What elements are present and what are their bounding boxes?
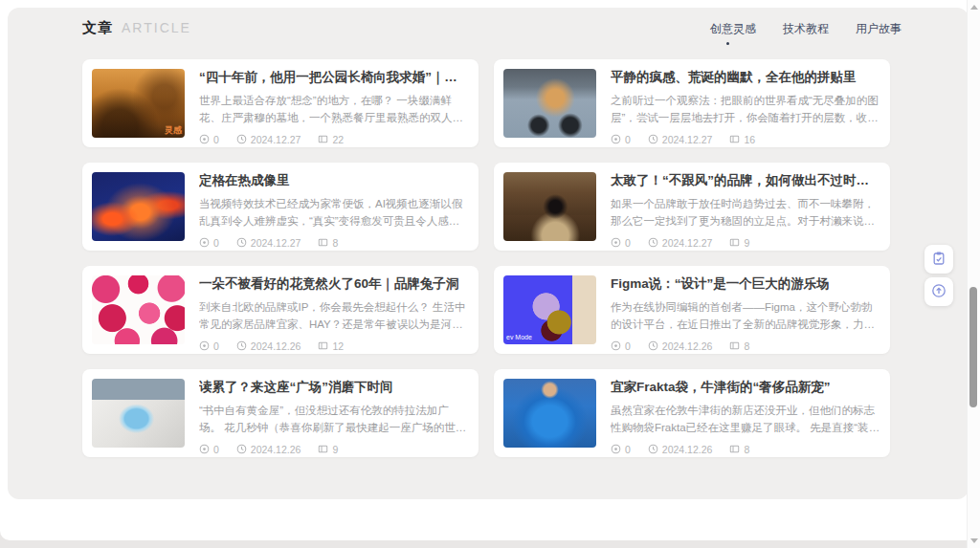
read-count: 8 <box>729 340 749 352</box>
article-excerpt: 到来自北欧的品牌或IP，你会最先会想起什么？ 生活中常见的家居品牌宜家、HAY？… <box>199 299 469 334</box>
article-card[interactable]: 宜家Frakta袋，牛津街的“奢侈品新宠” 虽然宜家在伦敦牛津街的新店还没开业，… <box>494 369 890 457</box>
read-count: 8 <box>318 237 338 249</box>
article-thumbnail-sunset-park-bench: 灵感 <box>92 69 185 138</box>
article-excerpt: 作为在线协同编辑的首创者——Figma，这个野心勃勃的设计平台，在近日推出了全新… <box>611 299 880 334</box>
scrollbar-down-arrow-icon[interactable] <box>970 538 978 543</box>
clipboard-check-button[interactable] <box>924 245 953 274</box>
article-excerpt: 世界上最适合存放“想念”的地方，在哪？ 一块缀满鲜花、庄严肃穆的墓地，一个熟悉餐… <box>199 93 469 127</box>
article-title[interactable]: 定格在热成像里 <box>199 173 469 189</box>
publish-date: 2024.12.26 <box>648 444 713 455</box>
publish-date: 2024.12.27 <box>236 134 301 145</box>
article-excerpt: 之前听过一个观察法：把眼前的世界看成“无尽叠加的图层”，尝试一层层地去打开，你会… <box>611 93 880 127</box>
article-card[interactable]: 一朵不被看好的花竟然火了60年｜品牌兔子洞 到来自北欧的品牌或IP，你会最先会想… <box>82 266 479 354</box>
article-card-body: 太敢了！“不跟风”的品牌，如何做出不过时的设计？ 如果一个品牌敢于放任时尚趋势过… <box>611 172 880 241</box>
article-meta: 0 2024.12.27 9 <box>611 237 880 249</box>
app-window: 文章 ARTICLE 创意灵感技术教程用户故事 灵感 “四十年前，他用一把公园长… <box>0 0 980 540</box>
read-count: 12 <box>318 340 344 352</box>
comment-icon <box>611 134 621 144</box>
publish-date: 2024.12.26 <box>236 444 301 455</box>
article-title[interactable]: 一朵不被看好的花竟然火了60年｜品牌兔子洞 <box>199 276 469 293</box>
article-excerpt: 如果一个品牌敢于放任时尚趋势过去、而不一味攀附，那么它一定找到了更为稳固的立足点… <box>611 196 880 230</box>
article-excerpt: “书中自有黄金屋”，但没想过还有伦敦的特拉法加广场。 花几秒钟（恭喜你刷新了最快… <box>199 403 469 437</box>
publish-date: 2024.12.27 <box>648 134 713 145</box>
read-count: 8 <box>729 444 749 455</box>
reads-icon <box>729 134 740 144</box>
comment-icon <box>611 444 621 454</box>
clock-icon <box>236 444 247 454</box>
read-count: 9 <box>729 237 749 249</box>
article-meta: 0 2024.12.26 8 <box>611 340 880 352</box>
article-card[interactable]: 灵感 “四十年前，他用一把公园长椅向我求婚”｜灵感手抄本 世界上最适合存放“想念… <box>82 59 479 147</box>
reads-icon <box>729 237 740 248</box>
article-card[interactable]: 太敢了！“不跟风”的品牌，如何做出不过时的设计？ 如果一个品牌敢于放任时尚趋势过… <box>494 163 890 251</box>
article-card[interactable]: 定格在热成像里 当视频特效技术已经成为家常便饭，AI视频也逐渐以假乱真到令人难辨… <box>82 163 479 251</box>
clock-icon <box>648 340 658 351</box>
reads-icon <box>318 340 328 351</box>
comment-count: 0 <box>199 237 219 249</box>
article-card-body: 平静的疯感、荒诞的幽默，全在他的拼贴里 之前听过一个观察法：把眼前的世界看成“无… <box>611 69 880 138</box>
scrollbar-thumb[interactable] <box>969 287 977 407</box>
article-thumbnail-ikea-frakta-blue-bag <box>503 379 596 448</box>
comment-count: 0 <box>611 444 631 455</box>
article-thumbnail-figma-dev-mode: ev Mode <box>503 275 596 344</box>
page-title-en: ARTICLE <box>122 20 191 35</box>
arrow-up-circle-icon <box>931 283 947 301</box>
article-title[interactable]: 读累了？来这座“广场”消磨下时间 <box>199 380 469 396</box>
read-count: 9 <box>318 444 338 455</box>
clock-icon <box>648 134 658 144</box>
article-card-body: 一朵不被看好的花竟然火了60年｜品牌兔子洞 到来自北欧的品牌或IP，你会最先会想… <box>199 275 469 344</box>
comment-count: 0 <box>199 444 219 455</box>
article-excerpt: 虽然宜家在伦敦牛津街的新店还没开业，但他们的标志性购物袋Frakta已经在这里赚… <box>611 403 880 437</box>
active-nav-dot <box>726 42 729 45</box>
publish-date: 2024.12.27 <box>648 237 713 249</box>
comment-icon <box>611 340 621 351</box>
article-card[interactable]: 读累了？来这座“广场”消磨下时间 “书中自有黄金屋”，但没想过还有伦敦的特拉法加… <box>82 369 479 457</box>
article-card[interactable]: ev Mode Figma说：“设计”是一个巨大的游乐场 作为在线协同编辑的首创… <box>494 266 890 354</box>
article-thumbnail-thermal-imaging-clouds <box>92 172 185 241</box>
article-card-body: 定格在热成像里 当视频特效技术已经成为家常便饭，AI视频也逐渐以假乱真到令人难辨… <box>199 172 469 241</box>
publish-date: 2024.12.26 <box>648 340 713 352</box>
article-thumbnail-temple-woman-portrait <box>503 172 596 241</box>
read-count: 22 <box>318 134 344 145</box>
article-thumbnail-dog-riding-bicycle <box>503 69 596 138</box>
comment-icon <box>199 340 210 351</box>
clock-icon <box>236 237 247 248</box>
clipboard-check-icon <box>931 251 947 269</box>
article-thumbnail-popup-book-square <box>92 379 185 448</box>
nav-item-2[interactable]: 用户故事 <box>856 21 902 45</box>
article-title[interactable]: Figma说：“设计”是一个巨大的游乐场 <box>611 276 880 293</box>
article-thumbnail-pink-poppy-pattern <box>92 275 185 344</box>
article-meta: 0 2024.12.27 22 <box>199 134 469 145</box>
read-count: 16 <box>729 134 755 145</box>
article-grid: 灵感 “四十年前，他用一把公园长椅向我求婚”｜灵感手抄本 世界上最适合存放“想念… <box>82 59 890 457</box>
article-title[interactable]: 平静的疯感、荒诞的幽默，全在他的拼贴里 <box>611 70 880 86</box>
article-title[interactable]: “四十年前，他用一把公园长椅向我求婚”｜灵感手抄本 <box>199 70 469 86</box>
nav-item-0[interactable]: 创意灵感 <box>710 21 756 45</box>
comment-icon <box>199 444 210 454</box>
article-meta: 0 2024.12.26 8 <box>611 444 880 455</box>
scrollbar-up-arrow-icon[interactable] <box>970 5 978 10</box>
article-meta: 0 2024.12.26 12 <box>199 340 469 352</box>
nav-item-1[interactable]: 技术教程 <box>783 21 829 45</box>
back-to-top-button[interactable] <box>924 277 953 306</box>
comment-count: 0 <box>199 340 219 352</box>
article-card-body: 宜家Frakta袋，牛津街的“奢侈品新宠” 虽然宜家在伦敦牛津街的新店还没开业，… <box>611 379 880 448</box>
scrollbar[interactable] <box>967 0 980 548</box>
floating-action-column <box>924 245 953 306</box>
comment-icon <box>199 237 210 248</box>
clock-icon <box>236 340 247 351</box>
top-nav: 创意灵感技术教程用户故事 <box>710 21 902 45</box>
article-title[interactable]: 太敢了！“不跟风”的品牌，如何做出不过时的设计？ <box>611 173 880 189</box>
page-title-zh: 文章 <box>82 19 113 37</box>
comment-count: 0 <box>611 237 631 249</box>
article-card-body: Figma说：“设计”是一个巨大的游乐场 作为在线协同编辑的首创者——Figma… <box>611 275 880 344</box>
reads-icon <box>318 444 328 454</box>
thumbnail-overlay-text: ev Mode <box>506 334 532 340</box>
article-card-body: 读累了？来这座“广场”消磨下时间 “书中自有黄金屋”，但没想过还有伦敦的特拉法加… <box>199 379 469 448</box>
comment-count: 0 <box>611 134 631 145</box>
article-card[interactable]: 平静的疯感、荒诞的幽默，全在他的拼贴里 之前听过一个观察法：把眼前的世界看成“无… <box>494 59 890 147</box>
reads-icon <box>318 134 328 144</box>
article-meta: 0 2024.12.26 9 <box>199 444 469 455</box>
publish-date: 2024.12.27 <box>236 237 301 249</box>
article-title[interactable]: 宜家Frakta袋，牛津街的“奢侈品新宠” <box>611 380 880 396</box>
